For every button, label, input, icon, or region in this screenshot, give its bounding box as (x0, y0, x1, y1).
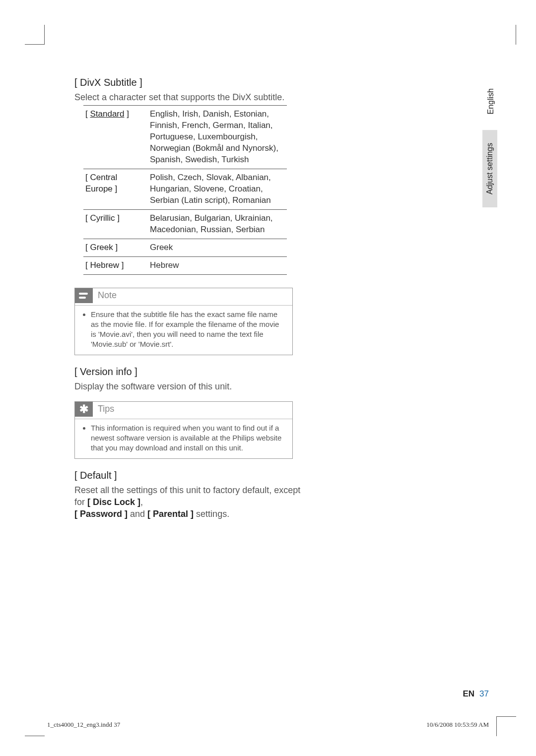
charset-value: Polish, Czech, Slovak, Albanian, Hungari… (148, 169, 287, 209)
main-column: [ DivX Subtitle ] Select a character set… (74, 77, 303, 522)
table-row: [ Hebrew ] Hebrew (83, 256, 287, 274)
note-box: Note Ensure that the subtitle ﬁle has th… (74, 288, 293, 355)
tips-body: This information is required when you wa… (91, 423, 286, 453)
default-heading: [ Default ] (74, 470, 303, 481)
divx-subtitle-heading: [ DivX Subtitle ] (74, 77, 303, 88)
charset-value: Greek (148, 239, 287, 256)
disc-lock-label: [ Disc Lock ] (87, 497, 140, 507)
side-tabs: English Adjust settings (482, 83, 497, 208)
page-number: EN37 (463, 689, 489, 699)
charset-value: Belarusian, Bulgarian, Ukrainian, Macedo… (148, 209, 287, 239)
divx-subtitle-desc: Select a character set that supports the… (74, 91, 303, 103)
default-desc: Reset all the settings of this unit to f… (74, 484, 303, 520)
charset-value: English, Irish, Danish, Estonian, Finnis… (148, 106, 287, 169)
table-row: [ Central Europe ] Polish, Czech, Slovak… (83, 169, 287, 209)
section-tab: Adjust settings (482, 130, 497, 207)
note-icon (75, 288, 93, 303)
note-body: Ensure that the subtitle ﬁle has the exa… (91, 310, 286, 350)
crop-mark-br (496, 716, 516, 736)
charset-label: [ Central Europe ] (83, 169, 148, 209)
crop-mark-tr (516, 25, 516, 45)
language-tab: English (484, 83, 497, 119)
print-footer: 1_cts4000_12_eng3.indd 37 10/6/2008 10:5… (47, 721, 489, 729)
note-title: Note (98, 290, 117, 301)
tips-box: ✱ Tips This information is required when… (74, 401, 293, 459)
charset-label: [ Cyrillic ] (83, 209, 148, 239)
version-heading: [ Version info ] (74, 366, 303, 378)
charset-label: [ Hebrew ] (83, 256, 148, 274)
crop-mark-bl (25, 736, 45, 736)
crop-mark-tl (25, 25, 45, 45)
parental-label: [ Parental ] (147, 509, 194, 519)
tips-title: Tips (98, 404, 114, 414)
charset-value: Hebrew (148, 256, 287, 274)
table-row: [ Cyrillic ] Belarusian, Bulgarian, Ukra… (83, 209, 287, 239)
version-desc: Display the software version of this uni… (74, 380, 303, 392)
charset-table: [ Standard ] English, Irish, Danish, Est… (83, 105, 287, 274)
footer-right: 10/6/2008 10:53:59 AM (426, 721, 489, 729)
password-label: [ Password ] (74, 509, 128, 519)
tips-icon: ✱ (75, 402, 93, 417)
table-row: [ Standard ] English, Irish, Danish, Est… (83, 106, 287, 169)
table-row: [ Greek ] Greek (83, 239, 287, 256)
footer-left: 1_cts4000_12_eng3.indd 37 (47, 721, 120, 729)
charset-label-standard: [ Standard ] (83, 106, 148, 169)
charset-label: [ Greek ] (83, 239, 148, 256)
